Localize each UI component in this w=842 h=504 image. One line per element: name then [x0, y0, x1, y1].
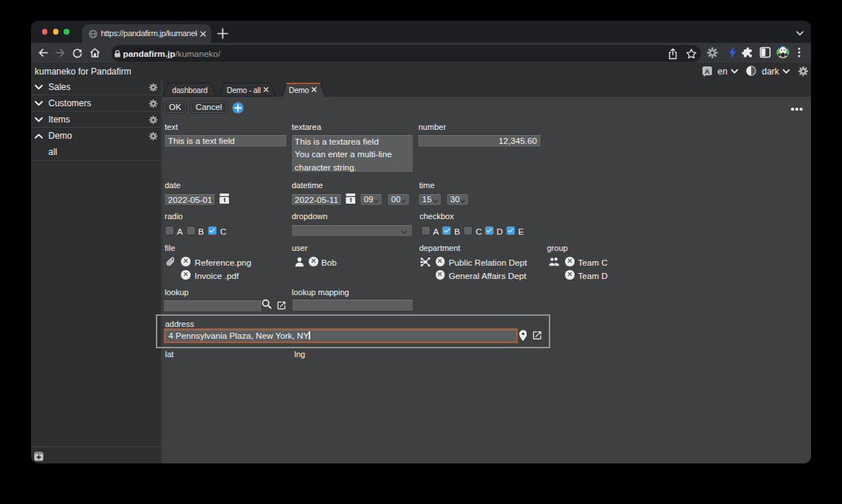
svg-text:Demo: Demo	[289, 86, 309, 94]
svg-text:dashboard: dashboard	[172, 86, 208, 94]
svg-text:A: A	[705, 66, 710, 75]
svg-text:Demo - all: Demo - all	[227, 86, 261, 94]
